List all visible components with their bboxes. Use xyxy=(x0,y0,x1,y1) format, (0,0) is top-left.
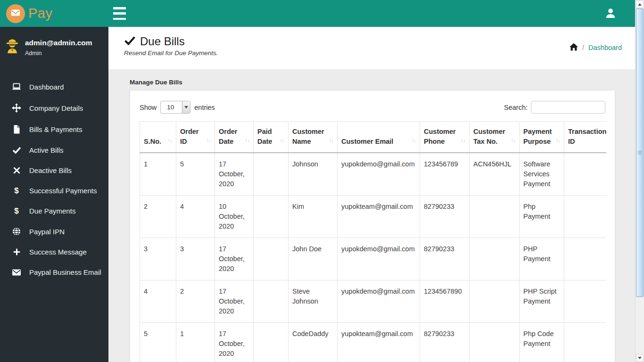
sort-icon[interactable]: ↑↓ xyxy=(280,136,285,147)
column-label: Payment Purpose xyxy=(523,127,554,147)
topbar xyxy=(108,0,644,27)
table-cell: yupokteam@gmail.com xyxy=(338,195,420,238)
table-cell: Software Services Payment xyxy=(520,153,564,196)
table-cell: 17 October, 2020 xyxy=(215,153,254,196)
vertical-scrollbar[interactable] xyxy=(635,0,644,362)
table-cell: 1 xyxy=(140,153,176,196)
search-input[interactable] xyxy=(531,101,605,114)
arrow-down-icon xyxy=(638,357,642,359)
table-cell: 3 xyxy=(140,238,176,280)
sort-icon[interactable]: ↑↓ xyxy=(461,136,466,147)
table-row: 1517 October, 2020Johnsonyupokdemo@gmail… xyxy=(140,153,607,196)
column-header-customer-name[interactable]: Customer Name↑↓ xyxy=(289,122,338,153)
column-header-paid-date[interactable]: Paid Date↑↓ xyxy=(254,122,289,153)
spy-icon xyxy=(6,39,20,55)
table-cell: 10 October, 2020 xyxy=(215,195,254,238)
check-title-icon xyxy=(124,36,136,47)
column-header-customer-phone[interactable]: Customer Phone↑↓ xyxy=(420,122,470,153)
table-cell xyxy=(470,280,520,322)
table-cell: 82790233 xyxy=(420,322,470,362)
column-header-customer-tax-no[interactable]: Customer Tax No.↑↓ xyxy=(470,122,520,153)
sidebar-item-active-bills[interactable]: Active Bills xyxy=(0,140,108,160)
home-icon[interactable] xyxy=(570,43,578,52)
table-cell: 1234567890 xyxy=(420,280,470,322)
brand-circle xyxy=(6,4,25,23)
envelope-icon xyxy=(12,269,21,276)
sort-icon[interactable]: ↑↓ xyxy=(511,136,516,147)
sidebar-item-dashboard[interactable]: Dashboard xyxy=(0,76,108,97)
sort-icon[interactable]: ↑↓ xyxy=(556,136,561,147)
column-header-payment-purpose[interactable]: Payment Purpose↑↓ xyxy=(520,122,564,153)
table-cell xyxy=(254,238,289,280)
table-cell: 4 xyxy=(176,195,215,238)
show-label: Show xyxy=(140,104,157,111)
plus-icon xyxy=(12,248,21,255)
breadcrumb-link-dashboard[interactable]: Dashboard xyxy=(588,44,622,51)
table-cell xyxy=(254,195,289,238)
hamburger-menu-icon[interactable] xyxy=(113,6,126,21)
table-cell: yupokdemo@gmail.com xyxy=(338,238,420,280)
table-cell xyxy=(470,238,520,280)
sidebar-item-label: Success Message xyxy=(29,248,87,256)
sidebar-item-deactive-bills[interactable]: Deactive Bills xyxy=(0,160,108,181)
sidebar-item-label: Company Details xyxy=(29,104,83,112)
page-title: Due Bills xyxy=(140,35,185,48)
sidebar-item-successful-payments[interactable]: $ Successful Payments xyxy=(0,181,108,201)
table-cell: 2 xyxy=(140,195,176,238)
user-icon[interactable] xyxy=(605,8,616,19)
column-label: Customer Phone xyxy=(424,127,460,147)
brand-logo[interactable]: Pay xyxy=(0,0,108,27)
table-body: 1517 October, 2020Johnsonyupokdemo@gmail… xyxy=(140,153,607,362)
table-cell xyxy=(254,280,289,322)
scrollbar-thumb[interactable] xyxy=(636,8,644,297)
column-header-s-no[interactable]: S.No.↑↓ xyxy=(140,122,176,153)
sidebar-item-paypal-business-email[interactable]: Paypal Business Email xyxy=(0,262,108,282)
sidebar-item-label: Paypal Business Email xyxy=(29,268,101,276)
table-row: 2410 October, 2020Kimyupokteam@gmail.com… xyxy=(140,195,607,238)
close-icon xyxy=(12,167,21,174)
sidebar-item-paypal-ipn[interactable]: Paypal IPN xyxy=(0,221,108,242)
column-label: Customer Email xyxy=(341,137,393,147)
table-cell: 5 xyxy=(140,322,176,362)
move-icon xyxy=(12,103,21,113)
table-cell: 123456789 xyxy=(420,153,470,196)
table-container: S.No.↑↓Order ID↑↓Order Date↑↓Paid Date↑↓… xyxy=(140,121,606,362)
table-cell: Johnson xyxy=(289,153,338,196)
table-cell: CodeDaddy xyxy=(289,322,338,362)
scroll-up-button[interactable] xyxy=(636,0,644,8)
table-cell: 2 xyxy=(176,280,215,322)
column-header-order-date[interactable]: Order Date↑↓ xyxy=(215,122,254,153)
sort-icon[interactable]: ↑↓ xyxy=(168,136,173,147)
file-icon xyxy=(12,125,21,134)
sort-icon[interactable]: ↑↓ xyxy=(329,136,334,147)
table-cell: Php Payment xyxy=(520,195,564,238)
sidebar-item-company-details[interactable]: Company Details xyxy=(0,97,108,119)
table-cell: 17 October, 2020 xyxy=(215,280,254,322)
column-label: Order Date xyxy=(219,127,244,147)
sort-icon[interactable]: ↑↓ xyxy=(206,136,211,147)
check-icon xyxy=(12,147,21,154)
column-header-order-id[interactable]: Order ID↑↓ xyxy=(176,122,215,153)
select-dropdown-button[interactable] xyxy=(182,101,190,113)
page-header: Due Bills Resend Email for Due Payments.… xyxy=(108,27,644,69)
page-length-select[interactable]: 10 xyxy=(160,101,190,114)
sort-icon[interactable]: ↑↓ xyxy=(412,136,416,147)
table-cell: Steve Johnson xyxy=(289,280,338,322)
table-card: Show 10 entries Search: S.No.↑↓Order ID↑… xyxy=(130,90,615,362)
table-cell xyxy=(564,195,607,238)
table-cell xyxy=(564,238,607,280)
sidebar-item-success-message[interactable]: Success Message xyxy=(0,242,108,262)
sort-icon[interactable]: ↑↓ xyxy=(245,136,250,147)
sidebar-item-due-payments[interactable]: $ Due Payments xyxy=(0,201,108,221)
table-cell xyxy=(564,280,607,322)
sidebar-item-label: Successful Payments xyxy=(29,187,97,195)
column-header-customer-email[interactable]: Customer Email↑↓ xyxy=(338,122,420,153)
sidebar-item-bills-payments[interactable]: Bills & Payments xyxy=(0,119,108,140)
main-content: Manage Due Bills Show 10 entries Search:… xyxy=(108,69,644,362)
table-cell: 17 October, 2020 xyxy=(215,238,254,280)
user-panel: admin@admin.com Admin xyxy=(0,27,108,64)
column-label: Customer Name xyxy=(292,127,328,147)
user-role: Admin xyxy=(25,50,92,57)
table-cell: 82790233 xyxy=(420,238,470,280)
scroll-down-button[interactable] xyxy=(636,354,644,362)
